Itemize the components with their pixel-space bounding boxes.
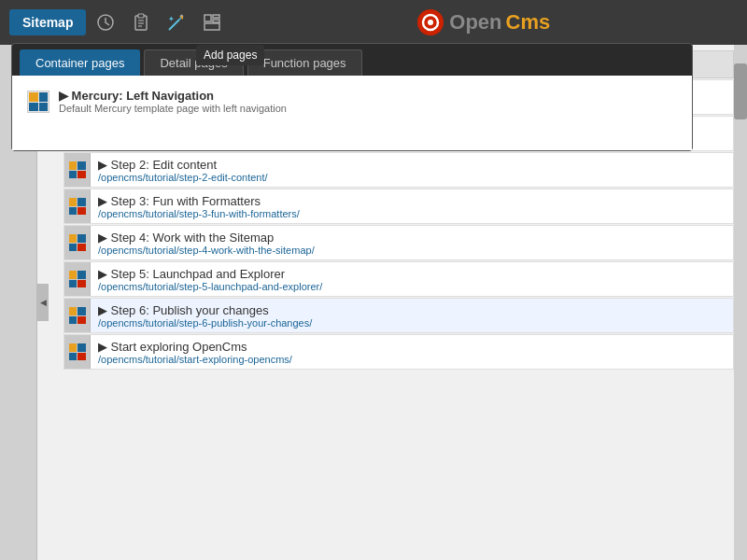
tabs-content: ▶ Mercury: Left Navigation Default Mercu… bbox=[12, 76, 692, 150]
add-pages-tooltip: Add pages bbox=[196, 45, 264, 65]
svg-text:✦: ✦ bbox=[168, 15, 175, 23]
tree-item[interactable]: ▶ Step 5: Launchpad and Explorer /opencm… bbox=[63, 261, 734, 297]
tree-item[interactable]: ▶ Start exploring OpenCms /opencms/tutor… bbox=[63, 334, 734, 370]
tabs-row: Container pages Detail pages Function pa… bbox=[12, 44, 692, 76]
tree-item-content: ▶ Step 4: Work with the Sitemap /opencms… bbox=[91, 226, 733, 259]
tree-item-path: /opencms/tutorial/step-6-publish-your-ch… bbox=[98, 317, 726, 329]
tab-container-pages[interactable]: Container pages bbox=[20, 49, 140, 76]
tree-item[interactable]: ▶ Step 4: Work with the Sitemap /opencms… bbox=[63, 225, 734, 260]
tree-item-title: ▶ Step 5: Launchpad and Explorer bbox=[98, 267, 726, 281]
svg-rect-2 bbox=[138, 14, 144, 18]
tree-item-title: ▶ Step 3: Fun with Formatters bbox=[98, 194, 726, 208]
tree-item-content: ▶ Step 2: Edit content /opencms/tutorial… bbox=[91, 153, 733, 187]
scrollbar-track[interactable] bbox=[734, 45, 747, 560]
tree-item-content: ▶ Step 6: Publish your changes /opencms/… bbox=[91, 299, 733, 332]
tree-item-icon bbox=[64, 153, 91, 187]
svg-text:✦: ✦ bbox=[179, 13, 184, 19]
page-item-desc: Default Mercury template page with left … bbox=[59, 103, 287, 114]
svg-rect-12 bbox=[213, 15, 219, 18]
tree-item-path: /opencms/tutorial/start-exploring-opencm… bbox=[98, 354, 726, 365]
tree-item-icon bbox=[64, 189, 91, 223]
toolbar-left: Sitemap ✦ ✦ bbox=[9, 7, 228, 38]
toolbar: Sitemap ✦ ✦ bbox=[0, 0, 747, 45]
page-info: ▶ Mercury: Left Navigation Default Mercu… bbox=[59, 89, 287, 114]
page-template-icon bbox=[27, 91, 49, 113]
tree-item-title: ▶ Step 4: Work with the Sitemap bbox=[98, 231, 726, 245]
tree-item[interactable]: ▶ Step 3: Fun with Formatters /opencms/t… bbox=[63, 189, 734, 224]
svg-rect-11 bbox=[204, 15, 211, 21]
page-item-title: ▶ Mercury: Left Navigation bbox=[59, 89, 287, 103]
sitemap-button[interactable]: Sitemap bbox=[9, 9, 86, 35]
tree-item-title: ▶ Step 6: Publish your changes bbox=[98, 303, 726, 317]
svg-rect-13 bbox=[213, 20, 219, 22]
tree-item-content: ▶ Step 5: Launchpad and Explorer /opencm… bbox=[91, 262, 733, 296]
toolbar-center: OpenCms bbox=[228, 7, 738, 37]
history-icon[interactable] bbox=[90, 7, 121, 38]
tree-item-path: /opencms/tutorial/step-4-work-with-the-s… bbox=[98, 245, 726, 256]
layout-icon[interactable] bbox=[196, 7, 228, 38]
logo-open: Open bbox=[449, 10, 501, 35]
tree-item-content: ▶ Step 3: Fun with Formatters /opencms/t… bbox=[91, 189, 733, 223]
scrollbar-thumb[interactable] bbox=[734, 63, 747, 119]
wand-icon[interactable]: ✦ ✦ bbox=[161, 7, 192, 38]
left-collapse-button[interactable]: ◀ bbox=[37, 284, 49, 321]
tree-item-icon bbox=[64, 262, 91, 296]
svg-point-17 bbox=[428, 20, 433, 25]
tree-item-title: ▶ Step 2: Edit content bbox=[98, 158, 726, 172]
tree-item[interactable]: ▶ Step 2: Edit content /opencms/tutorial… bbox=[63, 152, 734, 188]
tab-function-pages[interactable]: Function pages bbox=[247, 49, 362, 76]
opencms-logo: OpenCms bbox=[416, 7, 550, 37]
add-page-item[interactable]: ▶ Mercury: Left Navigation Default Mercu… bbox=[21, 85, 683, 118]
clipboard-icon[interactable] bbox=[125, 7, 157, 38]
tabs-panel: Container pages Detail pages Function pa… bbox=[11, 43, 693, 151]
tree-item-icon bbox=[64, 335, 91, 369]
logo-cms: Cms bbox=[506, 10, 551, 35]
tree-item-icon bbox=[64, 299, 91, 332]
tree-item-title: ▶ Start exploring OpenCms bbox=[98, 340, 726, 354]
tree-item-icon bbox=[64, 226, 91, 259]
tree-item-path: /opencms/tutorial/step-5-launchpad-and-e… bbox=[98, 281, 726, 292]
tree-item-content: ▶ Start exploring OpenCms /opencms/tutor… bbox=[91, 335, 733, 369]
svg-rect-14 bbox=[204, 23, 219, 30]
tree-item-path: /opencms/tutorial/step-3-fun-with-format… bbox=[98, 208, 726, 219]
tree-item-path: /opencms/tutorial/step-2-edit-content/ bbox=[98, 172, 726, 183]
tree-item[interactable]: ▶ Step 6: Publish your changes /opencms/… bbox=[63, 298, 734, 333]
